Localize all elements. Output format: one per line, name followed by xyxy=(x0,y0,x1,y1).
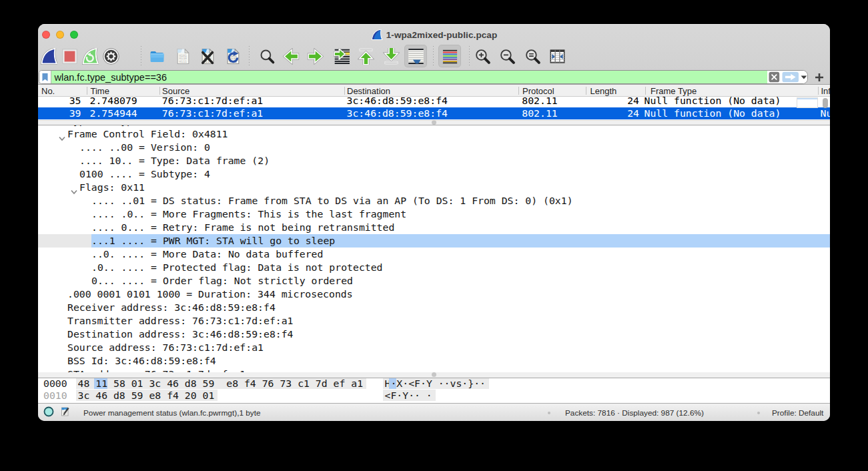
packet-row-39[interactable]: 392.75494476:73:c1:7d:ef:a13c:46:d8:59:e… xyxy=(38,107,830,120)
column-header-destination[interactable]: Destination xyxy=(347,86,390,96)
packet-row-35[interactable]: 352.74807976:73:c1:7d:ef:a13c:46:d8:59:e… xyxy=(38,97,830,107)
packet-list-detail-splitter[interactable] xyxy=(38,120,830,126)
filter-apply-button[interactable] xyxy=(782,71,799,83)
column-divider[interactable] xyxy=(586,87,586,95)
column-header-protocol[interactable]: Protocol xyxy=(522,86,554,96)
main-toolbar xyxy=(38,45,830,69)
start-capture-icon[interactable] xyxy=(38,45,61,67)
restart-capture-icon[interactable] xyxy=(79,45,102,67)
auto-scroll-icon[interactable] xyxy=(404,45,427,67)
find-packet-icon[interactable] xyxy=(256,45,279,67)
detail-hex-splitter[interactable] xyxy=(38,372,830,378)
zoom-original-icon[interactable] xyxy=(521,45,544,67)
status-profile[interactable]: Profile: Default xyxy=(772,408,823,418)
filter-clear-button[interactable] xyxy=(769,71,780,83)
detail-row-text: Flags: 0x11 xyxy=(79,181,145,194)
column-divider[interactable] xyxy=(818,87,819,95)
hex-bytes[interactable]: 3c 46 d8 59 e8 f4 20 01 xyxy=(78,390,215,402)
column-divider[interactable] xyxy=(645,87,646,95)
column-header-info[interactable]: Info xyxy=(821,86,831,96)
display-filter-input[interactable]: wlan.fc.type_subtype==36 xyxy=(51,71,768,83)
stop-capture-icon[interactable] xyxy=(59,45,81,67)
toolbar-separator xyxy=(141,46,141,67)
close-file-icon[interactable] xyxy=(197,45,220,67)
column-header-no-[interactable]: No. xyxy=(41,86,55,96)
go-last-icon[interactable] xyxy=(380,45,403,67)
cell-info: Null function (No data) xyxy=(821,107,831,120)
packet-bytes-pane: 000048 11 58 01 3c 46 d8 59 e8 f4 76 73 … xyxy=(38,378,830,403)
column-header-length[interactable]: Length xyxy=(590,86,617,96)
detail-row[interactable]: .... .0.. = More Fragments: This is the … xyxy=(38,207,830,221)
detail-row[interactable]: Frame Control Field: 0x4811 xyxy=(38,127,830,141)
hex-row-0000[interactable]: 000048 11 58 01 3c 46 d8 59 e8 f4 76 73 … xyxy=(38,378,830,390)
filter-dropdown-caret[interactable] xyxy=(801,75,807,79)
packet-list-header: No.TimeSourceDestinationProtocolLengthFr… xyxy=(38,85,830,97)
hex-offset: 0010 xyxy=(43,390,67,402)
go-previous-icon[interactable] xyxy=(280,45,303,67)
detail-row-text: .... 0... = Retry: Frame is not being re… xyxy=(91,221,394,234)
detail-row[interactable]: ..0. .... = More Data: No data buffered xyxy=(38,248,830,261)
column-divider[interactable] xyxy=(344,87,345,95)
packet-list-scrollbar-thumb[interactable] xyxy=(823,98,828,108)
toolbar-separator xyxy=(433,46,434,67)
filter-bookmark-button[interactable] xyxy=(39,71,51,83)
detail-row-text: ..0. .... = More Data: No data buffered xyxy=(91,248,323,261)
detail-row[interactable]: Receiver address: 3c:46:d8:59:e8:f4 xyxy=(38,301,830,314)
hex-bytes[interactable]: 48 11 58 01 3c 46 d8 59 e8 f4 76 73 c1 7… xyxy=(78,378,364,390)
detail-row[interactable]: .... 10.. = Type: Data frame (2) xyxy=(38,154,830,167)
detail-row-text: Receiver address: 3c:46:d8:59:e8:f4 xyxy=(67,301,276,314)
resize-columns-icon[interactable] xyxy=(546,45,569,67)
detail-row-text: 0100 .... = Subtype: 4 xyxy=(79,167,210,181)
detail-row[interactable]: Destination address: 3c:46:d8:59:e8:f4 xyxy=(38,328,830,341)
hex-ascii[interactable]: <F·Y·· · xyxy=(385,390,432,402)
status-bar: Power management status (wlan.fc.pwrmgt)… xyxy=(38,403,830,422)
capture-options-icon[interactable] xyxy=(100,45,123,67)
detail-row[interactable]: BSS Id: 3c:46:d8:59:e8:f4 xyxy=(38,354,830,368)
go-first-icon[interactable] xyxy=(355,45,378,67)
reload-file-icon[interactable] xyxy=(222,45,245,67)
go-to-packet-icon[interactable] xyxy=(330,45,352,67)
zoom-out-icon[interactable] xyxy=(496,45,519,67)
packet-detail-pane: Type/Subtype: Null function (No data) (0… xyxy=(38,125,830,372)
filter-add-button[interactable] xyxy=(812,70,827,84)
zoom-in-icon[interactable] xyxy=(471,45,494,67)
detail-row[interactable]: 0... .... = Order flag: Not strictly ord… xyxy=(38,274,830,288)
go-next-icon[interactable] xyxy=(304,45,326,67)
detail-row[interactable]: .... ..01 = DS status: Frame from STA to… xyxy=(38,194,830,207)
detail-row[interactable]: Source address: 76:73:c1:7d:ef:a1 xyxy=(38,341,830,354)
column-header-time[interactable]: Time xyxy=(91,86,109,96)
detail-row-text: .000 0001 0101 1000 = Duration: 344 micr… xyxy=(67,288,353,301)
detail-row-text: 0... .... = Order flag: Not strictly ord… xyxy=(91,274,353,288)
detail-row[interactable]: Transmitter address: 76:73:c1:7d:ef:a1 xyxy=(38,314,830,328)
hex-row-0010[interactable]: 00103c 46 d8 59 e8 f4 20 01<F·Y·· · xyxy=(38,390,830,402)
detail-row[interactable]: .... 0... = Retry: Frame is not being re… xyxy=(38,221,830,234)
cell-no: 35 xyxy=(69,97,81,107)
detail-row[interactable]: ...1 .... = PWR MGT: STA will go to slee… xyxy=(38,234,830,248)
save-file-icon[interactable] xyxy=(171,45,194,67)
detail-row[interactable]: .... ..00 = Version: 0 xyxy=(38,141,830,154)
detail-row[interactable]: 0100 .... = Subtype: 4 xyxy=(38,167,830,181)
column-header-frame-type[interactable]: Frame Type xyxy=(650,86,697,96)
detail-row[interactable]: .000 0001 0101 1000 = Duration: 344 micr… xyxy=(38,288,830,301)
cell-protocol: 802.11 xyxy=(522,97,557,107)
wireshark-window: 1-wpa2mixed-public.pcap wlan.fc.type_sub… xyxy=(38,24,830,421)
cell-frame_type: Null function (No data) xyxy=(644,107,781,120)
detail-row[interactable]: Flags: 0x11 xyxy=(38,181,830,194)
column-header-source[interactable]: Source xyxy=(162,86,189,96)
column-divider[interactable] xyxy=(87,87,87,95)
detail-row[interactable]: STA address: 76:73:c1:7d:ef:a1 xyxy=(38,368,830,372)
capture-comment-icon[interactable] xyxy=(61,407,70,416)
detail-row-text: .... 10.. = Type: Data frame (2) xyxy=(79,154,270,167)
detail-row-text: Destination address: 3c:46:d8:59:e8:f4 xyxy=(67,328,294,341)
detail-row[interactable]: .0.. .... = Protected flag: Data is not … xyxy=(38,261,830,274)
column-divider[interactable] xyxy=(518,87,519,95)
open-file-icon[interactable] xyxy=(145,45,168,67)
colorize-icon[interactable] xyxy=(438,45,461,67)
column-divider[interactable] xyxy=(159,87,160,95)
splitter-dimple xyxy=(432,372,436,377)
hex-ascii[interactable]: H·X·<F·Y ··vs·}·· xyxy=(385,378,486,390)
intelligent-scrollbar-minimap[interactable] xyxy=(797,97,818,108)
expert-info-icon[interactable] xyxy=(43,406,54,417)
cell-source: 76:73:c1:7d:ef:a1 xyxy=(162,107,263,120)
splitter-dimple xyxy=(432,120,436,125)
